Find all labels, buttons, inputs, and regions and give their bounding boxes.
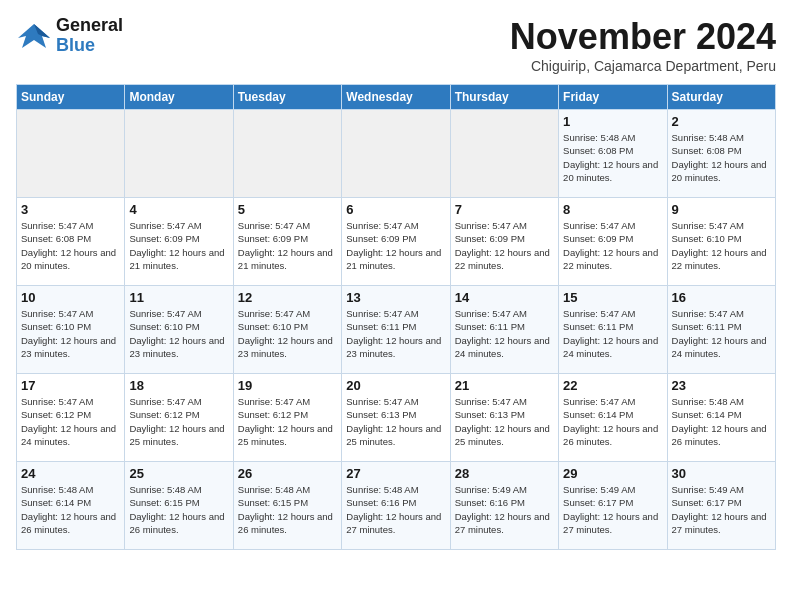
day-info: Sunrise: 5:48 AM Sunset: 6:15 PM Dayligh… (238, 483, 337, 536)
calendar-cell: 1Sunrise: 5:48 AM Sunset: 6:08 PM Daylig… (559, 110, 667, 198)
calendar-cell: 10Sunrise: 5:47 AM Sunset: 6:10 PM Dayli… (17, 286, 125, 374)
day-number: 4 (129, 202, 228, 217)
calendar-cell: 25Sunrise: 5:48 AM Sunset: 6:15 PM Dayli… (125, 462, 233, 550)
month-title: November 2024 (510, 16, 776, 58)
calendar-header-row: SundayMondayTuesdayWednesdayThursdayFrid… (17, 85, 776, 110)
day-number: 9 (672, 202, 771, 217)
calendar-cell (125, 110, 233, 198)
day-info: Sunrise: 5:48 AM Sunset: 6:08 PM Dayligh… (563, 131, 662, 184)
calendar-cell: 8Sunrise: 5:47 AM Sunset: 6:09 PM Daylig… (559, 198, 667, 286)
day-number: 11 (129, 290, 228, 305)
day-info: Sunrise: 5:47 AM Sunset: 6:08 PM Dayligh… (21, 219, 120, 272)
day-number: 28 (455, 466, 554, 481)
calendar-cell: 28Sunrise: 5:49 AM Sunset: 6:16 PM Dayli… (450, 462, 558, 550)
day-number: 17 (21, 378, 120, 393)
day-info: Sunrise: 5:47 AM Sunset: 6:10 PM Dayligh… (129, 307, 228, 360)
day-number: 6 (346, 202, 445, 217)
day-number: 16 (672, 290, 771, 305)
calendar-cell (233, 110, 341, 198)
day-info: Sunrise: 5:47 AM Sunset: 6:11 PM Dayligh… (455, 307, 554, 360)
logo-icon (16, 20, 52, 52)
day-info: Sunrise: 5:47 AM Sunset: 6:09 PM Dayligh… (129, 219, 228, 272)
day-number: 30 (672, 466, 771, 481)
day-number: 22 (563, 378, 662, 393)
col-header-wednesday: Wednesday (342, 85, 450, 110)
day-number: 25 (129, 466, 228, 481)
calendar-cell: 13Sunrise: 5:47 AM Sunset: 6:11 PM Dayli… (342, 286, 450, 374)
day-info: Sunrise: 5:49 AM Sunset: 6:17 PM Dayligh… (563, 483, 662, 536)
col-header-thursday: Thursday (450, 85, 558, 110)
day-number: 21 (455, 378, 554, 393)
day-info: Sunrise: 5:48 AM Sunset: 6:15 PM Dayligh… (129, 483, 228, 536)
calendar-cell: 3Sunrise: 5:47 AM Sunset: 6:08 PM Daylig… (17, 198, 125, 286)
day-info: Sunrise: 5:47 AM Sunset: 6:10 PM Dayligh… (672, 219, 771, 272)
day-info: Sunrise: 5:47 AM Sunset: 6:10 PM Dayligh… (21, 307, 120, 360)
day-number: 29 (563, 466, 662, 481)
calendar-cell: 29Sunrise: 5:49 AM Sunset: 6:17 PM Dayli… (559, 462, 667, 550)
calendar-cell: 22Sunrise: 5:47 AM Sunset: 6:14 PM Dayli… (559, 374, 667, 462)
calendar-week-row: 1Sunrise: 5:48 AM Sunset: 6:08 PM Daylig… (17, 110, 776, 198)
col-header-sunday: Sunday (17, 85, 125, 110)
calendar-cell: 5Sunrise: 5:47 AM Sunset: 6:09 PM Daylig… (233, 198, 341, 286)
day-info: Sunrise: 5:47 AM Sunset: 6:09 PM Dayligh… (563, 219, 662, 272)
day-number: 26 (238, 466, 337, 481)
calendar-week-row: 24Sunrise: 5:48 AM Sunset: 6:14 PM Dayli… (17, 462, 776, 550)
col-header-friday: Friday (559, 85, 667, 110)
day-info: Sunrise: 5:49 AM Sunset: 6:16 PM Dayligh… (455, 483, 554, 536)
calendar-cell: 7Sunrise: 5:47 AM Sunset: 6:09 PM Daylig… (450, 198, 558, 286)
day-number: 2 (672, 114, 771, 129)
day-info: Sunrise: 5:47 AM Sunset: 6:13 PM Dayligh… (455, 395, 554, 448)
day-number: 7 (455, 202, 554, 217)
calendar-cell: 24Sunrise: 5:48 AM Sunset: 6:14 PM Dayli… (17, 462, 125, 550)
day-number: 8 (563, 202, 662, 217)
calendar-cell: 11Sunrise: 5:47 AM Sunset: 6:10 PM Dayli… (125, 286, 233, 374)
calendar-cell: 23Sunrise: 5:48 AM Sunset: 6:14 PM Dayli… (667, 374, 775, 462)
day-info: Sunrise: 5:47 AM Sunset: 6:12 PM Dayligh… (21, 395, 120, 448)
col-header-tuesday: Tuesday (233, 85, 341, 110)
calendar-week-row: 10Sunrise: 5:47 AM Sunset: 6:10 PM Dayli… (17, 286, 776, 374)
calendar-cell: 20Sunrise: 5:47 AM Sunset: 6:13 PM Dayli… (342, 374, 450, 462)
day-info: Sunrise: 5:49 AM Sunset: 6:17 PM Dayligh… (672, 483, 771, 536)
calendar-cell: 26Sunrise: 5:48 AM Sunset: 6:15 PM Dayli… (233, 462, 341, 550)
day-info: Sunrise: 5:47 AM Sunset: 6:10 PM Dayligh… (238, 307, 337, 360)
calendar-table: SundayMondayTuesdayWednesdayThursdayFrid… (16, 84, 776, 550)
day-info: Sunrise: 5:47 AM Sunset: 6:09 PM Dayligh… (455, 219, 554, 272)
day-info: Sunrise: 5:47 AM Sunset: 6:13 PM Dayligh… (346, 395, 445, 448)
calendar-cell: 16Sunrise: 5:47 AM Sunset: 6:11 PM Dayli… (667, 286, 775, 374)
location-subtitle: Chiguirip, Cajamarca Department, Peru (510, 58, 776, 74)
calendar-cell: 6Sunrise: 5:47 AM Sunset: 6:09 PM Daylig… (342, 198, 450, 286)
day-number: 24 (21, 466, 120, 481)
calendar-cell (450, 110, 558, 198)
calendar-cell: 17Sunrise: 5:47 AM Sunset: 6:12 PM Dayli… (17, 374, 125, 462)
calendar-cell: 12Sunrise: 5:47 AM Sunset: 6:10 PM Dayli… (233, 286, 341, 374)
day-number: 18 (129, 378, 228, 393)
calendar-week-row: 3Sunrise: 5:47 AM Sunset: 6:08 PM Daylig… (17, 198, 776, 286)
calendar-cell (342, 110, 450, 198)
day-info: Sunrise: 5:47 AM Sunset: 6:12 PM Dayligh… (238, 395, 337, 448)
day-number: 1 (563, 114, 662, 129)
logo-line1: General (56, 16, 123, 36)
calendar-cell: 27Sunrise: 5:48 AM Sunset: 6:16 PM Dayli… (342, 462, 450, 550)
day-number: 15 (563, 290, 662, 305)
day-number: 10 (21, 290, 120, 305)
calendar-cell: 19Sunrise: 5:47 AM Sunset: 6:12 PM Dayli… (233, 374, 341, 462)
day-number: 5 (238, 202, 337, 217)
day-info: Sunrise: 5:47 AM Sunset: 6:11 PM Dayligh… (346, 307, 445, 360)
day-info: Sunrise: 5:48 AM Sunset: 6:14 PM Dayligh… (672, 395, 771, 448)
day-number: 12 (238, 290, 337, 305)
calendar-cell: 2Sunrise: 5:48 AM Sunset: 6:08 PM Daylig… (667, 110, 775, 198)
day-number: 13 (346, 290, 445, 305)
calendar-week-row: 17Sunrise: 5:47 AM Sunset: 6:12 PM Dayli… (17, 374, 776, 462)
col-header-saturday: Saturday (667, 85, 775, 110)
calendar-cell: 18Sunrise: 5:47 AM Sunset: 6:12 PM Dayli… (125, 374, 233, 462)
day-info: Sunrise: 5:48 AM Sunset: 6:16 PM Dayligh… (346, 483, 445, 536)
calendar-cell: 4Sunrise: 5:47 AM Sunset: 6:09 PM Daylig… (125, 198, 233, 286)
calendar-cell: 30Sunrise: 5:49 AM Sunset: 6:17 PM Dayli… (667, 462, 775, 550)
day-number: 19 (238, 378, 337, 393)
logo: General Blue (16, 16, 123, 56)
calendar-cell (17, 110, 125, 198)
day-number: 23 (672, 378, 771, 393)
day-info: Sunrise: 5:48 AM Sunset: 6:08 PM Dayligh… (672, 131, 771, 184)
title-area: November 2024 Chiguirip, Cajamarca Depar… (510, 16, 776, 74)
calendar-cell: 21Sunrise: 5:47 AM Sunset: 6:13 PM Dayli… (450, 374, 558, 462)
